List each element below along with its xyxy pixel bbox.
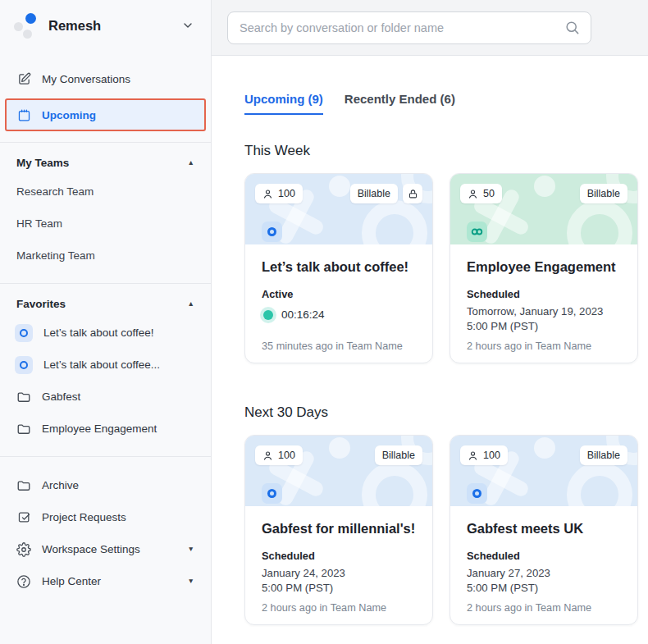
sidebar-item-archive[interactable]: Archive — [0, 469, 211, 501]
compose-icon — [16, 72, 31, 87]
card-footer: 2 hours ago in Team Name — [262, 602, 416, 614]
card-banner: 100 Billable — [450, 436, 637, 506]
favorite-item-employee-engagement[interactable]: Employee Engagement — [0, 413, 211, 445]
timer-value: 00:16:24 — [281, 308, 325, 321]
team-label: HR Team — [16, 217, 62, 230]
participants-badge: 100 — [460, 445, 508, 465]
tab-upcoming[interactable]: Upcoming (9) — [244, 92, 323, 115]
favorite-label: Gabfest — [42, 391, 80, 403]
participants-badge: 100 — [255, 445, 303, 465]
infinity-icon — [467, 222, 487, 242]
card-status: Scheduled — [262, 550, 416, 562]
tab-recently-ended[interactable]: Recently Ended (6) — [345, 92, 455, 115]
sidebar-item-upcoming[interactable]: Upcoming — [7, 100, 204, 130]
lock-icon — [403, 184, 422, 203]
folder-icon — [16, 422, 31, 436]
section-next-30-days: Next 30 Days 100 Billabl — [244, 404, 638, 625]
billable-badge: Billable — [580, 184, 627, 203]
collapse-up-icon[interactable]: ▲ — [188, 159, 194, 167]
folder-icon — [16, 390, 31, 404]
chevron-down-icon[interactable] — [181, 19, 194, 32]
live-timer: 00:16:24 — [262, 308, 416, 321]
participants-badge: 50 — [460, 184, 502, 203]
team-label: Marketing Team — [16, 249, 95, 262]
favorite-label: Let’s talk about coffee! — [43, 327, 154, 339]
section-this-week: This Week 100 Billable — [244, 143, 638, 363]
conversation-card-coffee[interactable]: 100 Billable Let’s talk about coffee! Ac… — [244, 173, 433, 363]
person-icon — [262, 189, 273, 199]
card-status: Scheduled — [467, 288, 621, 300]
tab-bar: Upcoming (9) Recently Ended (6) — [244, 92, 638, 115]
expand-down-icon[interactable]: ▼ — [188, 546, 194, 553]
collapse-up-icon[interactable]: ▲ — [188, 300, 194, 308]
card-date: January 24, 2023 — [262, 566, 416, 581]
card-date: Tomorrow, January 19, 2023 — [467, 304, 621, 319]
favorites-header[interactable]: Favorites ▲ — [0, 284, 211, 317]
card-footer: 2 hours ago in Team Name — [467, 602, 621, 614]
card-title: Gabfest for millennial's! — [262, 520, 416, 537]
gear-icon — [16, 542, 31, 557]
section-heading: This Week — [244, 143, 638, 159]
my-teams-label: My Teams — [16, 157, 69, 169]
document-check-icon — [16, 510, 31, 525]
search-box[interactable] — [227, 11, 591, 44]
sidebar: Remesh My Conversations Upcoming My Team… — [0, 0, 212, 644]
sidebar-item-label: Help Center — [42, 575, 101, 587]
card-footer: 35 minutes ago in Team Name — [262, 340, 416, 352]
search-bar-region — [212, 0, 648, 56]
conversation-card-employee-engagement[interactable]: 50 Billable Employee Engagement Schedule… — [449, 173, 638, 363]
sidebar-item-research-team[interactable]: Research Team — [0, 176, 211, 208]
sidebar-item-my-conversations[interactable]: My Conversations — [0, 63, 211, 95]
favorites-label: Favorites — [16, 298, 66, 310]
card-title: Gabfest meets UK — [467, 520, 621, 537]
sidebar-item-label: Project Requests — [42, 511, 126, 523]
favorite-label: Employee Engagement — [42, 422, 157, 435]
sidebar-item-label: Archive — [42, 479, 79, 491]
card-time: 5:00 PM (PST) — [467, 581, 621, 596]
card-banner: 50 Billable — [450, 174, 637, 244]
my-teams-header[interactable]: My Teams ▲ — [0, 143, 211, 176]
card-title: Employee Engagement — [467, 258, 621, 276]
sidebar-item-marketing-team[interactable]: Marketing Team — [0, 240, 211, 272]
sidebar-item-workspace-settings[interactable]: Workspace Settings ▼ — [0, 533, 211, 565]
card-banner: 100 Billable — [245, 436, 432, 506]
favorite-item-coffee-1[interactable]: Let’s talk about coffee! — [0, 317, 211, 349]
conversation-card-gabfest-uk[interactable]: 100 Billable Gabfest meets UK Scheduled … — [449, 435, 638, 625]
card-title: Let’s talk about coffee! — [262, 258, 416, 276]
workspace-header[interactable]: Remesh — [0, 0, 211, 48]
card-status: Scheduled — [467, 550, 621, 562]
conversation-icon — [15, 324, 33, 342]
favorite-label: Let’s talk about coffee... — [43, 359, 160, 371]
sidebar-item-label: Workspace Settings — [42, 543, 140, 555]
person-icon — [468, 450, 478, 461]
content-area: Upcoming (9) Recently Ended (6) This Wee… — [212, 56, 648, 644]
card-footer: 2 hours ago in Team Name — [467, 340, 621, 352]
conversation-card-gabfest-millennials[interactable]: 100 Billable Gabfest for millennial's! S… — [244, 435, 433, 625]
conversation-type-icon — [262, 483, 282, 504]
sidebar-item-hr-team[interactable]: HR Team — [0, 208, 211, 240]
participants-count: 100 — [278, 188, 295, 199]
help-icon — [16, 574, 31, 589]
live-dot-icon — [263, 310, 273, 320]
sidebar-item-project-requests[interactable]: Project Requests — [0, 501, 211, 533]
expand-down-icon[interactable]: ▼ — [188, 578, 194, 585]
section-heading: Next 30 Days — [244, 404, 638, 421]
conversation-icon — [15, 356, 33, 374]
card-time: 5:00 PM (PST) — [467, 319, 621, 334]
card-date: January 27, 2023 — [467, 566, 621, 581]
card-banner: 100 Billable — [245, 174, 432, 244]
search-input[interactable] — [240, 21, 564, 34]
person-icon — [468, 189, 478, 199]
search-icon[interactable] — [564, 20, 580, 35]
person-icon — [262, 450, 273, 461]
archive-folder-icon — [16, 478, 31, 493]
billable-badge: Billable — [350, 184, 398, 203]
sidebar-item-help-center[interactable]: Help Center ▼ — [0, 565, 211, 597]
favorite-item-gabfest[interactable]: Gabfest — [0, 381, 211, 413]
sidebar-item-label: Upcoming — [42, 109, 96, 121]
annotation-highlight-box: Upcoming — [5, 98, 206, 131]
participants-count: 100 — [278, 450, 295, 461]
sidebar-item-label: My Conversations — [42, 73, 130, 85]
favorite-item-coffee-2[interactable]: Let’s talk about coffee... — [0, 349, 211, 381]
remesh-logo-icon — [11, 11, 41, 40]
